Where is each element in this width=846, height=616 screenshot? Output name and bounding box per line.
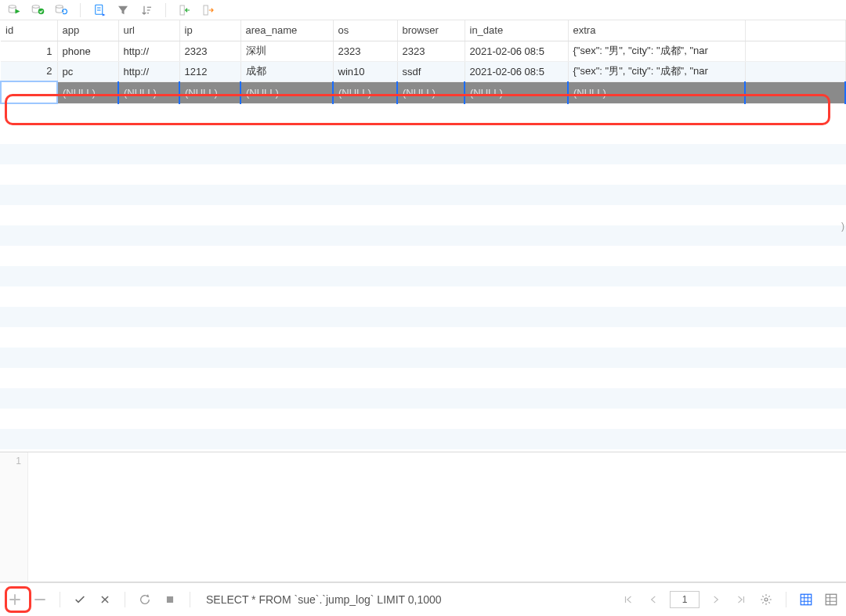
reload-button[interactable] (136, 591, 154, 608)
cell-null[interactable]: (NULL) (179, 81, 240, 103)
form-view-button[interactable] (822, 591, 840, 608)
data-grid[interactable]: id app url ip area_name os browser in_da… (0, 20, 846, 452)
cell-null[interactable]: (NULL) (333, 81, 397, 103)
cell-os[interactable]: win10 (333, 61, 397, 81)
commit-icon[interactable] (28, 2, 47, 19)
cell-app[interactable]: phone (57, 41, 118, 61)
run-query-icon[interactable] (5, 2, 24, 19)
editor-body[interactable] (28, 452, 846, 582)
separator (165, 3, 166, 17)
new-row-editing[interactable]: (NULL) (NULL) (NULL) (NULL) (NULL) (NULL… (1, 81, 845, 103)
separator (190, 592, 190, 607)
cell-area[interactable]: 成都 (240, 61, 333, 81)
settings-button[interactable] (757, 591, 775, 608)
stop-button[interactable] (161, 591, 179, 608)
cell-null[interactable]: (NULL) (397, 81, 465, 103)
svg-point-4 (56, 5, 63, 7)
svg-rect-13 (180, 5, 184, 15)
cell-ip[interactable]: 2323 (179, 41, 240, 61)
cell-id-editing[interactable] (1, 81, 57, 103)
cell-os[interactable]: 2323 (333, 41, 397, 61)
cell-url[interactable]: http:// (118, 41, 179, 61)
svg-marker-9 (103, 13, 106, 16)
editor-gutter: 1 (0, 452, 28, 582)
cell-extra[interactable]: {"sex": "男", "city": "成都", "nar (568, 61, 745, 81)
cell-null[interactable]: (NULL) (57, 81, 118, 103)
separator (80, 3, 81, 17)
table-row[interactable]: 2 pc http:// 1212 成都 win10 ssdf 2021-02-… (1, 61, 845, 81)
script-icon[interactable] (90, 2, 109, 19)
cell-browser[interactable]: 2323 (397, 41, 465, 61)
col-id[interactable]: id (1, 20, 57, 41)
svg-point-17 (765, 598, 768, 601)
cell-padding (745, 41, 845, 61)
remove-row-button[interactable] (31, 591, 49, 608)
refresh-db-icon[interactable] (52, 2, 70, 19)
cell-padding (745, 81, 845, 103)
add-row-button[interactable] (6, 591, 24, 608)
bottom-toolbar: SELECT * FROM `sue`.`jump_log` LIMIT 0,1… (0, 582, 846, 615)
col-app[interactable]: app (57, 20, 118, 41)
col-padding (745, 20, 845, 41)
header-row[interactable]: id app url ip area_name os browser in_da… (1, 20, 845, 41)
col-os[interactable]: os (333, 20, 397, 41)
sort-icon[interactable] (137, 2, 156, 19)
svg-rect-18 (801, 594, 812, 605)
first-page-button[interactable] (620, 591, 637, 608)
sql-query-text: SELECT * FROM `sue`.`jump_log` LIMIT 0,1… (206, 593, 442, 606)
svg-point-2 (32, 5, 39, 7)
right-paren-marker: ) (841, 221, 844, 232)
svg-rect-14 (204, 5, 208, 15)
cell-area[interactable]: 深圳 (240, 41, 333, 61)
separator (786, 592, 786, 607)
cell-null[interactable]: ••• (NULL) (568, 81, 745, 103)
cell-id[interactable]: 1 (1, 41, 57, 61)
cell-in-date[interactable]: 2021-02-06 08:5 (465, 61, 568, 81)
svg-rect-16 (167, 596, 173, 602)
cell-extra[interactable]: {"sex": "男", "city": "成都", "nar (568, 41, 745, 61)
col-url[interactable]: url (118, 20, 179, 41)
top-toolbar (0, 0, 846, 20)
col-extra[interactable]: extra (568, 20, 745, 41)
table-row[interactable]: 1 phone http:// 2323 深圳 2323 2323 2021-0… (1, 41, 845, 61)
separator (125, 592, 125, 607)
cell-null[interactable]: (NULL) (118, 81, 179, 103)
cell-padding (745, 61, 845, 81)
cell-url[interactable]: http:// (118, 61, 179, 81)
cell-in-date[interactable]: 2021-02-06 08:5 (465, 41, 568, 61)
next-page-button[interactable] (707, 591, 725, 608)
svg-rect-6 (96, 5, 103, 14)
sql-editor-panel[interactable]: 1 (0, 452, 846, 582)
cancel-button[interactable] (96, 591, 114, 608)
page-input[interactable] (670, 591, 700, 608)
cell-null[interactable]: (NULL) (240, 81, 333, 103)
col-area-name[interactable]: area_name (240, 20, 333, 41)
cell-id[interactable]: 2 (1, 61, 57, 81)
import-icon[interactable] (175, 2, 194, 19)
svg-point-0 (9, 5, 16, 7)
col-ip[interactable]: ip (179, 20, 240, 41)
col-browser[interactable]: browser (397, 20, 465, 41)
cell-app[interactable]: pc (57, 61, 118, 81)
grid-view-button[interactable] (797, 591, 815, 608)
cell-null[interactable]: (NULL) (465, 81, 568, 103)
apply-button[interactable] (71, 591, 89, 608)
prev-page-button[interactable] (645, 591, 662, 608)
svg-marker-1 (16, 9, 20, 13)
cell-browser[interactable]: ssdf (397, 61, 465, 81)
col-in-date[interactable]: in_date (465, 20, 568, 41)
export-icon[interactable] (199, 2, 218, 19)
svg-point-3 (38, 8, 45, 14)
filter-icon[interactable] (114, 2, 132, 19)
cell-ip[interactable]: 1212 (179, 61, 240, 81)
last-page-button[interactable] (732, 591, 750, 608)
separator (60, 592, 60, 607)
svg-rect-23 (826, 594, 837, 605)
